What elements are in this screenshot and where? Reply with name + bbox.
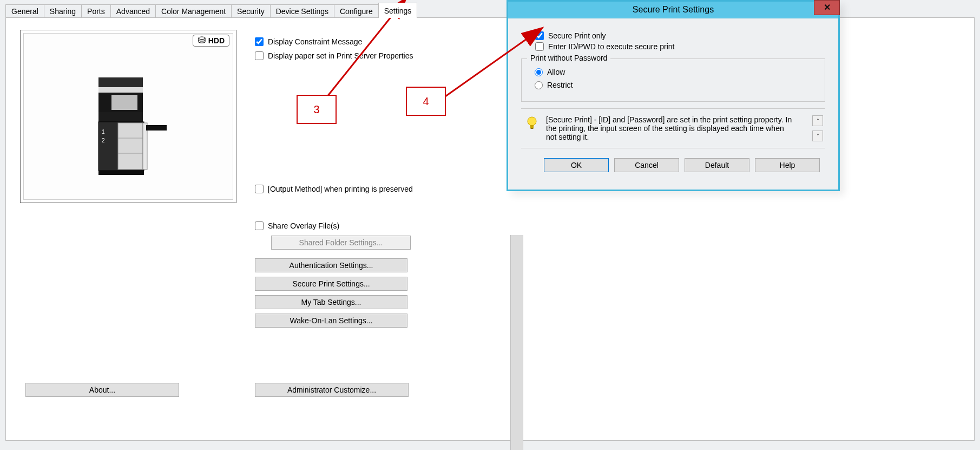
ok-button[interactable]: OK — [544, 158, 609, 172]
default-button[interactable]: Default — [685, 158, 749, 172]
checkbox-share-overlay-input[interactable] — [255, 221, 264, 230]
svg-rect-17 — [531, 128, 534, 129]
administrator-customize-button[interactable]: Administrator Customize... — [255, 383, 409, 397]
tab-general[interactable]: General — [5, 4, 44, 18]
dialog-close-button[interactable]: ✕ — [814, 0, 840, 15]
checkbox-enter-idpwd-label: Enter ID/PWD to execute secure print — [548, 42, 674, 51]
secure-print-settings-dialog: Secure Print Settings ✕ Secure Print onl… — [507, 0, 840, 191]
checkbox-share-overlay-label: Share Overlay File(s) — [268, 221, 339, 230]
help-button[interactable]: Help — [755, 158, 820, 172]
svg-point-15 — [528, 117, 536, 126]
svg-rect-2 — [98, 87, 143, 93]
close-icon: ✕ — [824, 0, 831, 16]
svg-rect-7 — [118, 123, 143, 169]
svg-rect-14 — [98, 171, 144, 175]
tab-security[interactable]: Security — [231, 4, 271, 18]
radio-restrict-label: Restrict — [547, 81, 573, 89]
hint-text: [Secure Print] - [ID] and [Password] are… — [546, 115, 806, 141]
svg-rect-16 — [530, 125, 534, 128]
hint-panel: [Secure Print] - [ID] and [Password] are… — [521, 108, 825, 148]
chevron-up-icon: ˄ — [817, 118, 819, 124]
checkbox-display-paper-server[interactable]: Display paper set in Print Server Proper… — [255, 51, 493, 60]
radio-restrict[interactable]: Restrict — [535, 81, 812, 89]
checkbox-secure-print-only-label: Secure Print only — [548, 31, 606, 40]
dialog-title-bar[interactable]: Secure Print Settings ✕ — [508, 2, 838, 18]
tab-device-settings[interactable]: Device Settings — [270, 4, 334, 18]
my-tab-settings-button[interactable]: My Tab Settings... — [255, 295, 407, 309]
checkbox-display-paper-server-input[interactable] — [255, 51, 264, 60]
radio-allow[interactable]: Allow — [535, 68, 812, 76]
svg-point-0 — [199, 37, 205, 40]
tab-settings[interactable]: Settings — [378, 3, 418, 17]
tab-configure[interactable]: Configure — [334, 4, 379, 18]
group-print-without-password-title: Print without Password — [527, 54, 610, 62]
checkbox-secure-print-only[interactable]: Secure Print only — [535, 31, 825, 40]
scroll-down-button[interactable]: ˅ — [812, 131, 823, 141]
background-scrollbar[interactable] — [510, 235, 523, 450]
checkbox-output-method[interactable]: [Output Method] when printing is preserv… — [255, 185, 493, 193]
settings-options: Display Constraint Message Display paper… — [255, 32, 493, 332]
dialog-title-text: Secure Print Settings — [633, 5, 714, 14]
svg-rect-4 — [111, 95, 137, 110]
checkbox-secure-print-only-input[interactable] — [535, 31, 544, 40]
checkbox-output-method-input[interactable] — [255, 185, 264, 193]
checkbox-display-constraint-input[interactable] — [255, 37, 264, 46]
group-print-without-password: Print without Password Allow Restrict — [521, 58, 825, 102]
tab-sharing[interactable]: Sharing — [44, 4, 82, 18]
scroll-up-button[interactable]: ˄ — [812, 115, 823, 126]
svg-text:2: 2 — [102, 138, 105, 144]
wake-on-lan-settings-button[interactable]: Wake-On-Lan Settings... — [255, 314, 407, 328]
chevron-down-icon: ˅ — [817, 133, 819, 139]
authentication-settings-button[interactable]: Authentication Settings... — [255, 258, 407, 272]
checkbox-display-paper-server-label: Display paper set in Print Server Proper… — [268, 51, 413, 60]
checkbox-display-constraint[interactable]: Display Constraint Message — [255, 37, 493, 46]
svg-text:1: 1 — [102, 129, 105, 135]
secure-print-settings-button[interactable]: Secure Print Settings... — [255, 277, 407, 291]
svg-rect-1 — [98, 77, 143, 87]
tab-advanced[interactable]: Advanced — [110, 4, 156, 18]
about-button[interactable]: About... — [25, 383, 179, 397]
printer-illustration: 1 2 — [82, 73, 174, 187]
cancel-button[interactable]: Cancel — [614, 158, 679, 172]
disk-stack-icon — [198, 36, 206, 45]
svg-rect-13 — [146, 125, 167, 131]
checkbox-output-method-label: [Output Method] when printing is preserv… — [268, 185, 413, 193]
hdd-badge: HDD — [193, 35, 229, 47]
checkbox-enter-idpwd-input[interactable] — [535, 42, 544, 51]
lightbulb-icon — [524, 115, 540, 131]
checkbox-share-overlay[interactable]: Share Overlay File(s) — [255, 221, 493, 230]
radio-restrict-input[interactable] — [535, 81, 543, 89]
radio-allow-input[interactable] — [535, 68, 543, 76]
tab-ports[interactable]: Ports — [81, 4, 111, 18]
hint-scrollbar[interactable]: ˄ ˅ — [812, 115, 822, 141]
printer-preview-frame: HDD 1 2 — [20, 30, 236, 203]
radio-allow-label: Allow — [547, 68, 565, 76]
tab-color-management[interactable]: Color Management — [155, 4, 232, 18]
svg-rect-5 — [98, 112, 143, 122]
checkbox-display-constraint-label: Display Constraint Message — [268, 37, 362, 46]
shared-folder-settings-button: Shared Folder Settings... — [271, 236, 411, 250]
hdd-badge-label: HDD — [208, 36, 225, 45]
checkbox-enter-idpwd[interactable]: Enter ID/PWD to execute secure print — [535, 42, 825, 51]
